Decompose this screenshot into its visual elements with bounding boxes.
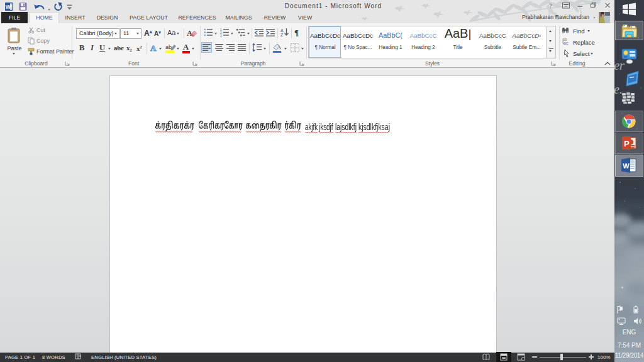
svg-text:W: W [623,162,630,170]
svg-text:ac: ac [564,41,569,45]
svg-text:?: ? [549,3,552,9]
svg-text:P: P [624,139,630,148]
